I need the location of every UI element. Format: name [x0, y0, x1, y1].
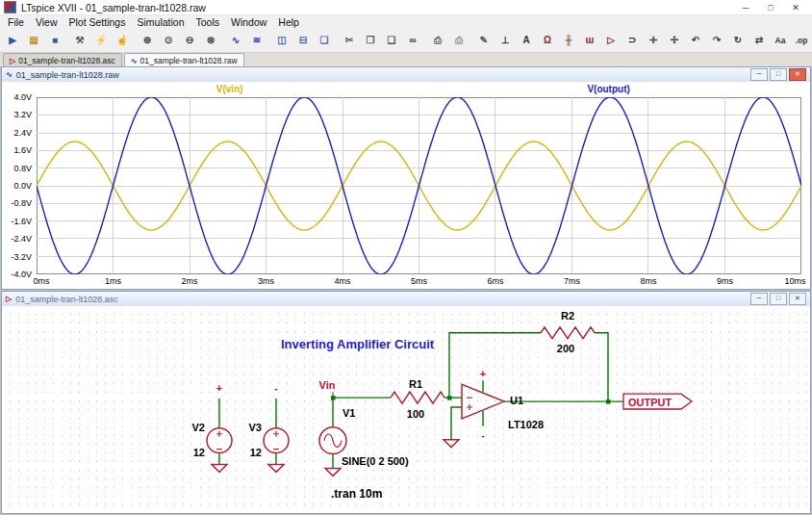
component-value: SINE(0 2 500) — [342, 456, 409, 468]
diode-icon[interactable]: ▷ — [600, 30, 622, 51]
ground-icon[interactable]: ⊥ — [495, 30, 516, 51]
schematic-canvas[interactable]: Inverting Amplifier Circuit — [2, 306, 810, 513]
cascade-windows-icon[interactable]: ❏ — [314, 30, 335, 51]
spice-directive-icon[interactable]: .op — [791, 30, 812, 51]
undo-icon[interactable]: ↶ — [685, 30, 706, 51]
move-icon[interactable]: ✛ — [643, 30, 664, 51]
zoom-pan-icon[interactable]: ⊙ — [158, 30, 179, 51]
net-flag-vminus[interactable]: - — [274, 382, 278, 394]
waveform-window-titlebar[interactable]: ∿ 01_sample-tran-lt1028.raw ─ □ ✕ — [2, 67, 810, 83]
sch-close-button[interactable]: ✕ — [789, 293, 806, 305]
schematic-comment[interactable]: Inverting Amplifier Circuit — [281, 337, 435, 351]
tile-horizontal-icon[interactable]: ⊟ — [292, 30, 314, 51]
opamp-u1[interactable]: + - U1 LT1028 — [444, 368, 544, 447]
sch-maximize-button[interactable]: □ — [770, 293, 787, 305]
copy-icon[interactable]: ❐ — [360, 30, 381, 51]
menu-item-plot-settings[interactable]: Plot Settings — [63, 16, 132, 28]
print-preview-icon[interactable]: ⎙ — [448, 30, 469, 51]
wire-icon[interactable]: ✎ — [473, 30, 495, 51]
control-panel-icon[interactable]: ⚒ — [69, 30, 90, 51]
waveform-window-controls: ─ □ ✕ — [750, 68, 806, 81]
find-icon[interactable]: ∞ — [402, 30, 423, 51]
file-tab-2[interactable]: ∿01_sample-tran-lt1028.raw — [124, 53, 244, 67]
resistor-r1[interactable]: R1 100 — [391, 378, 444, 420]
voltage-source-v1[interactable]: V1 SINE(0 2 500) — [319, 398, 409, 476]
schematic-window-titlebar[interactable]: ▷ 01_sample-tran-lt1028.asc ─ □ ✕ — [2, 292, 810, 307]
component-value: LT1028 — [508, 419, 544, 430]
open-icon[interactable]: ▤ — [23, 30, 44, 51]
zoom-out-icon[interactable]: ⊖ — [179, 30, 200, 51]
voltage-source-v2[interactable]: + V2 12 — [192, 382, 232, 472]
component-ref: V3 — [249, 422, 262, 433]
menu-item-help[interactable]: Help — [272, 16, 305, 28]
y-axis-tick: -4.0V — [3, 270, 32, 279]
opamp-vplus-flag[interactable]: + — [480, 368, 486, 379]
net-flag-output[interactable]: OUTPUT — [623, 394, 692, 409]
component-icon[interactable]: ⊃ — [622, 30, 643, 51]
capacitor-icon[interactable]: ╫ — [558, 30, 579, 51]
schematic-file-icon: ▷ — [10, 57, 15, 65]
waveform-svg[interactable] — [37, 97, 801, 274]
zoom-in-icon[interactable]: ⊕ — [137, 30, 158, 51]
maximize-button[interactable]: □ — [758, 3, 783, 13]
svg-text:Vin: Vin — [319, 379, 336, 391]
text-icon[interactable]: Aa — [770, 30, 791, 51]
menu-bar: FileViewPlot SettingsSimulationToolsWind… — [0, 15, 812, 28]
wave-maximize-button[interactable]: □ — [770, 68, 787, 81]
menu-item-view[interactable]: View — [30, 16, 63, 28]
drag-icon[interactable]: ✢ — [664, 30, 685, 51]
net-flag-vin[interactable]: Vin — [319, 379, 336, 398]
tile-vertical-icon[interactable]: ◫ — [271, 30, 292, 51]
component-value: 100 — [407, 408, 424, 420]
plot-area[interactable] — [37, 97, 801, 274]
trace-legend-vvin[interactable]: V(vin) — [216, 84, 243, 94]
sch-minimize-button[interactable]: ─ — [750, 293, 768, 305]
component-ref: V1 — [343, 407, 355, 419]
run-icon[interactable]: ⚡ — [90, 30, 112, 51]
waveform-file-icon: ∿ — [131, 57, 138, 65]
y-axis-tick: 2.4V — [3, 128, 32, 138]
resistor-icon[interactable]: Ω — [537, 30, 558, 51]
trace-legend: V(vin)V(output) — [37, 83, 801, 96]
menu-item-simulation[interactable]: Simulation — [131, 16, 190, 28]
inductor-icon[interactable]: ɯ — [579, 30, 600, 51]
halt-icon[interactable]: ☝ — [112, 30, 133, 51]
trace-legend-voutput[interactable]: V(output) — [587, 84, 629, 94]
x-axis-tick: 1ms — [105, 276, 121, 286]
cut-icon[interactable]: ✂ — [339, 30, 360, 51]
x-axis-tick: 10ms — [784, 276, 805, 286]
menu-item-window[interactable]: Window — [225, 16, 272, 28]
file-tab-1[interactable]: ▷01_sample-tran-lt1028.asc — [3, 53, 122, 67]
autorange-icon[interactable]: ∿ — [225, 30, 246, 51]
wave-close-button[interactable]: ✕ — [789, 68, 806, 81]
wave-minimize-button[interactable]: ─ — [750, 68, 768, 81]
zoom-full-icon[interactable]: ⊗ — [200, 30, 221, 51]
voltage-source-v3[interactable]: - V3 12 — [249, 382, 289, 472]
schematic-drawing[interactable]: Inverting Amplifier Circuit — [2, 306, 810, 513]
app-icon — [4, 1, 16, 13]
new-schematic-icon[interactable]: ▶ — [2, 30, 23, 51]
opamp-vminus-flag[interactable]: - — [481, 429, 485, 441]
minimize-button[interactable]: ─ — [733, 3, 758, 13]
component-value: 200 — [557, 343, 574, 354]
paste-icon[interactable]: ❑ — [381, 30, 402, 51]
mirror-icon[interactable]: ⇄ — [749, 30, 770, 51]
label-net-icon[interactable]: A — [516, 30, 537, 51]
menu-item-file[interactable]: File — [2, 16, 30, 28]
print-icon[interactable]: ⎙ — [427, 30, 448, 51]
close-button[interactable]: ✕ — [783, 3, 808, 13]
y-axis-tick: 3.2V — [3, 110, 32, 119]
schematic-file-icon: ▷ — [6, 295, 12, 303]
waveform-plot-pane[interactable]: V(vin)V(output) 4.0V3.2V2.4V1.6V0.8V0.0V… — [2, 82, 810, 289]
rotate-icon[interactable]: ↻ — [727, 30, 749, 51]
resistor-r2[interactable]: R2 200 — [541, 310, 595, 354]
x-axis-tick: 5ms — [411, 276, 427, 286]
save-icon[interactable]: ■ — [44, 30, 65, 51]
redo-icon[interactable]: ↷ — [706, 30, 727, 51]
spice-directive-text[interactable]: .tran 10m — [331, 487, 382, 501]
net-flag-vplus[interactable]: + — [216, 382, 222, 394]
plot-settings-icon[interactable]: ≋ — [246, 30, 267, 51]
menu-item-tools[interactable]: Tools — [190, 16, 225, 28]
component-value: 12 — [193, 447, 205, 458]
component-ref: U1 — [510, 395, 523, 406]
